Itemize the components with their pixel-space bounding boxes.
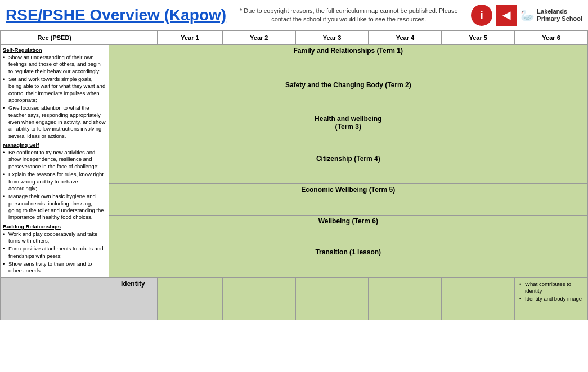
identity-y1-cell (158, 277, 223, 320)
list-item: Identity and body image (519, 295, 583, 302)
self-regulation-list: Show an understanding of their own feeli… (3, 54, 106, 140)
list-item: Work and play cooperatively and take tur… (3, 231, 106, 245)
managing-self-list: Be confident to try new activities and s… (3, 149, 106, 221)
list-item: Show an understanding of their own feeli… (3, 54, 106, 75)
list-item: Be confident to try new activities and s… (3, 149, 106, 170)
identity-y3-cell (295, 277, 369, 320)
self-regulation-title: Self-Regulation (3, 47, 106, 53)
identity-y5-cell (442, 277, 515, 320)
list-item: Show sensitivity to their own and to oth… (3, 261, 106, 275)
copyright-notice: * Due to copyright reasons, the full cur… (232, 7, 465, 24)
list-item: What contributes to identity (519, 281, 583, 295)
school-bird-icon: 🦢 (520, 8, 535, 22)
identity-y6-list: What contributes to identity Identity an… (517, 280, 585, 305)
info-icon: i (471, 5, 492, 26)
col-rec-blank (109, 31, 158, 45)
list-item: Explain the reasons for rules, know righ… (3, 171, 106, 192)
identity-y4-cell (369, 277, 442, 320)
list-item: Set and work towards simple goals, being… (3, 76, 106, 104)
school-name: LakelandsPrimary School (537, 8, 582, 23)
page-header: RSE/PSHE Overview (Kapow) * Due to copyr… (0, 0, 588, 30)
rec-content-cell: Self-Regulation Show an understanding of… (1, 45, 109, 278)
economic-row-cell: Economic Wellbeing (Term 5) (109, 184, 587, 215)
identity-row: Identity What contributes to identity Id… (1, 277, 588, 320)
building-relationships-list: Work and play cooperatively and take tur… (3, 231, 106, 275)
col-y5: Year 5 (442, 31, 515, 45)
col-y3: Year 3 (295, 31, 369, 45)
citizenship-row-cell: Citizenship (Term 4) (109, 153, 587, 183)
managing-self-title: Managing Self (3, 142, 106, 148)
identity-rec-cell (1, 277, 109, 320)
wellbeing-row-cell: Wellbeing (Term 6) (109, 215, 587, 246)
safety-row-cell: Safety and the Changing Body (Term 2) (109, 79, 587, 113)
health-row-cell: Health and wellbeing (Term 3) (109, 113, 587, 153)
identity-y6-cell: What contributes to identity Identity an… (515, 277, 588, 320)
list-item: Form positive attachments to adults and … (3, 245, 106, 259)
col-y6: Year 6 (515, 31, 588, 45)
col-rec: Rec (PSED) (1, 31, 109, 45)
identity-label-cell: Identity (109, 277, 158, 320)
family-row-cell: Family and Relationships (Term 1) (109, 45, 587, 79)
curriculum-table: Rec (PSED) Year 1 Year 2 Year 3 Year 4 Y… (0, 30, 588, 320)
transition-row-cell: Transition (1 lesson) (109, 246, 587, 278)
identity-y2-cell (222, 277, 295, 320)
col-y4: Year 4 (369, 31, 442, 45)
school-logo: 🦢 LakelandsPrimary School (520, 8, 582, 23)
col-y1: Year 1 (158, 31, 223, 45)
page-title: RSE/PSHE Overview (Kapow) (6, 6, 226, 24)
header-row: Rec (PSED) Year 1 Year 2 Year 3 Year 4 Y… (1, 31, 588, 45)
kapow-icon: ◀ (496, 5, 517, 26)
table-row: Self-Regulation Show an understanding of… (1, 45, 588, 79)
col-y2: Year 2 (222, 31, 295, 45)
list-item: Give focused attention to what the teach… (3, 105, 106, 140)
building-relationships-title: Building Relationships (3, 223, 106, 230)
header-icons: i ◀ 🦢 LakelandsPrimary School (471, 5, 582, 26)
list-item: Manage their own basic hygiene and perso… (3, 193, 106, 221)
